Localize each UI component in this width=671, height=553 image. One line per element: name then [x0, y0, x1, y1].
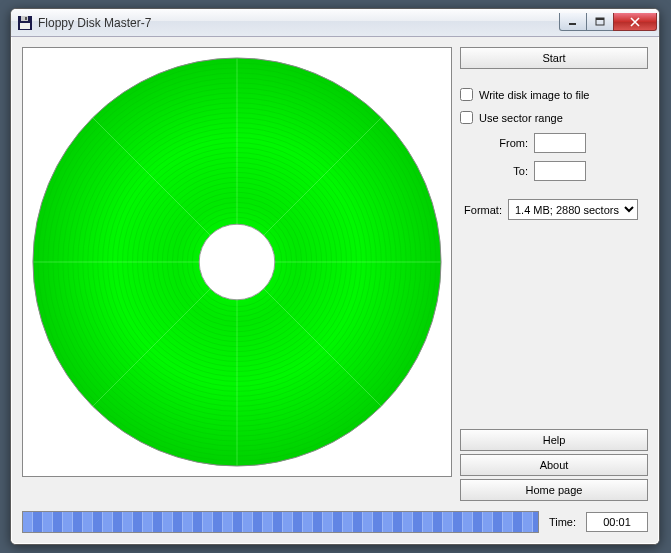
time-value: 00:01	[586, 512, 648, 532]
to-label: To:	[480, 165, 528, 177]
disk-visualization	[22, 47, 452, 477]
time-label: Time:	[549, 516, 576, 528]
minimize-button[interactable]	[559, 13, 587, 31]
svg-rect-2	[25, 17, 27, 20]
progress-fill	[23, 512, 538, 532]
help-button[interactable]: Help	[460, 429, 648, 451]
status-row: Time: 00:01	[22, 511, 648, 533]
from-input[interactable]	[534, 133, 586, 153]
window-title: Floppy Disk Master-7	[38, 16, 560, 30]
floppy-icon	[17, 15, 33, 31]
side-panel: Start Write disk image to file Use secto…	[460, 47, 648, 501]
client-area: Start Write disk image to file Use secto…	[11, 37, 659, 544]
from-label: From:	[480, 137, 528, 149]
app-window: Floppy Disk Master-7	[10, 8, 660, 545]
about-button[interactable]: About	[460, 454, 648, 476]
homepage-button[interactable]: Home page	[460, 479, 648, 501]
write-image-checkbox[interactable]	[460, 88, 473, 101]
close-button[interactable]	[613, 13, 657, 31]
format-label: Format:	[460, 204, 502, 216]
start-button[interactable]: Start	[460, 47, 648, 69]
use-sector-range-checkbox[interactable]	[460, 111, 473, 124]
write-image-label: Write disk image to file	[479, 89, 589, 101]
window-controls	[560, 13, 657, 31]
to-input[interactable]	[534, 161, 586, 181]
use-sector-range-label: Use sector range	[479, 112, 563, 124]
progress-bar	[22, 511, 539, 533]
maximize-button[interactable]	[586, 13, 614, 31]
titlebar[interactable]: Floppy Disk Master-7	[11, 9, 659, 37]
svg-rect-3	[20, 23, 30, 29]
format-select[interactable]: 1.4 MB; 2880 sectors	[508, 199, 638, 220]
